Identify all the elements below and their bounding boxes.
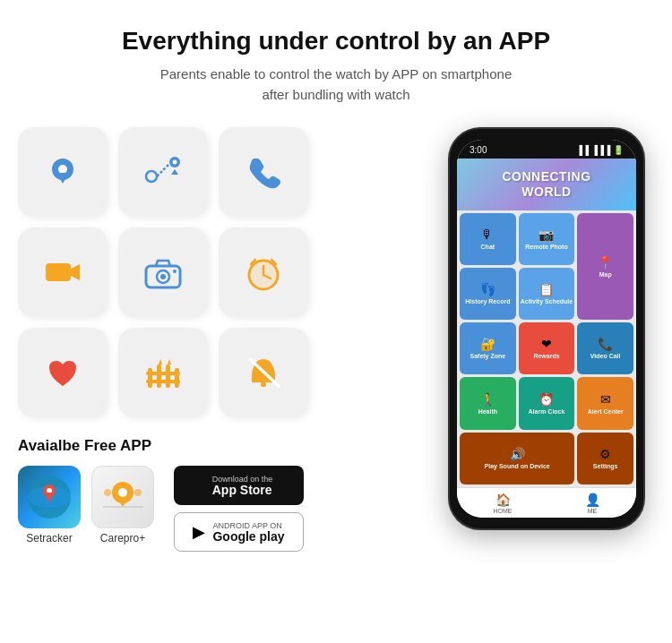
phone-cell-rewards: ❤ Rewards bbox=[519, 322, 575, 374]
svg-marker-24 bbox=[168, 359, 171, 364]
svg-point-12 bbox=[173, 270, 177, 273]
schedule-icon: 📋 bbox=[538, 282, 554, 296]
phone-icon-box bbox=[219, 127, 308, 217]
nav-home[interactable]: 🏠 HOME bbox=[494, 493, 513, 514]
setracker-label: Setracker bbox=[26, 532, 72, 544]
history-label: History Record bbox=[465, 298, 510, 305]
svg-marker-23 bbox=[159, 359, 162, 364]
phone-cell-health: 🚶 Health bbox=[460, 377, 516, 429]
phone-cell-video-call: 📞 Video Call bbox=[577, 322, 633, 374]
fence-icon-box bbox=[118, 328, 208, 417]
phone-app-header: CONNECTING WORLD bbox=[457, 159, 636, 210]
home-nav-icon: 🏠 bbox=[495, 493, 511, 507]
app-store-button[interactable]: Download on the App Store bbox=[174, 466, 304, 505]
phone-icon bbox=[241, 150, 286, 194]
content-row: Avaialbe Free APP bbox=[18, 127, 654, 552]
video-icon-box bbox=[18, 227, 108, 317]
phone-notch bbox=[511, 129, 582, 149]
main-container: Everything under control by an APP Paren… bbox=[0, 0, 672, 643]
alert-icon: ✉ bbox=[600, 392, 611, 407]
phone-cell-safety: 🔐 Safety Zone bbox=[460, 322, 516, 374]
safety-icon: 🔐 bbox=[480, 337, 495, 351]
location-icon-box bbox=[18, 127, 108, 217]
safety-label: Safety Zone bbox=[470, 353, 505, 360]
phone-cell-settings: ⚙ Settings bbox=[577, 433, 633, 484]
health-label: Health bbox=[478, 408, 497, 416]
schedule-label: Activity Schedule bbox=[521, 298, 573, 305]
phone-status-icons: ▐▐ ▐▐▐ 🔋 bbox=[576, 145, 624, 155]
app-store-text: Download on the App Store bbox=[212, 475, 273, 496]
store-buttons: Download on the App Store ▶ ANDROID APP … bbox=[174, 466, 304, 552]
icon-grid bbox=[18, 127, 367, 417]
video-call-label: Video Call bbox=[590, 353, 621, 360]
svg-rect-22 bbox=[175, 368, 179, 388]
google-play-icon: ▶ bbox=[193, 522, 205, 542]
phone-cell-alert: ✉ Alert Center bbox=[577, 377, 633, 429]
google-play-button[interactable]: ▶ ANDROID APP ON Google play bbox=[174, 512, 304, 552]
map-label: Map bbox=[599, 271, 612, 279]
chat-label: Chat bbox=[481, 244, 495, 251]
setracker-icon bbox=[18, 466, 81, 528]
nav-me[interactable]: 👤 ME bbox=[585, 493, 600, 514]
heart-icon-box bbox=[18, 328, 108, 417]
heart-icon bbox=[40, 350, 85, 395]
play-sound-label: Play Sound on Device bbox=[485, 463, 550, 470]
page-title: Everything under control by an APP bbox=[122, 27, 550, 56]
bell-off-icon-box bbox=[219, 328, 308, 417]
fence-icon bbox=[141, 350, 185, 395]
phone-cell-map: 📍 Map bbox=[577, 213, 633, 321]
svg-marker-6 bbox=[171, 169, 178, 175]
settings-icon: ⚙ bbox=[599, 447, 611, 461]
rewards-label: Rewards bbox=[533, 353, 559, 360]
svg-rect-20 bbox=[157, 364, 161, 388]
svg-marker-8 bbox=[71, 264, 80, 280]
svg-point-1 bbox=[58, 165, 67, 174]
setracker-app: Setracker bbox=[18, 466, 81, 544]
phone-cell-chat: 🎙 Chat bbox=[460, 213, 516, 265]
route-icon-box bbox=[118, 127, 208, 217]
phone-mockup: 3:00 ▐▐ ▐▐▐ 🔋 CONNECTING WORLD bbox=[448, 127, 645, 530]
phone-cell-remote-photo: 📷 Remote Photo bbox=[519, 213, 575, 265]
svg-point-38 bbox=[134, 489, 142, 496]
svg-point-5 bbox=[173, 160, 177, 165]
health-icon: 🚶 bbox=[480, 392, 495, 407]
phone-cell-schedule: 📋 Activity Schedule bbox=[519, 268, 575, 320]
settings-label: Settings bbox=[593, 463, 618, 470]
svg-rect-25 bbox=[146, 372, 180, 375]
remote-photo-icon: 📷 bbox=[538, 227, 554, 242]
play-sound-icon: 🔊 bbox=[510, 447, 525, 461]
phone-container: 3:00 ▐▐ ▐▐▐ 🔋 CONNECTING WORLD bbox=[448, 127, 654, 530]
video-icon bbox=[40, 250, 85, 295]
chat-icon: 🎙 bbox=[481, 227, 494, 242]
carepro-icon bbox=[91, 466, 154, 528]
phone-time: 3:00 bbox=[470, 145, 487, 155]
svg-rect-19 bbox=[148, 368, 152, 388]
route-icon bbox=[141, 150, 185, 194]
phone-bottom-nav: 🏠 HOME 👤 ME bbox=[457, 487, 636, 518]
remote-photo-label: Remote Photo bbox=[525, 244, 567, 251]
alert-label: Alert Center bbox=[588, 408, 624, 416]
svg-point-37 bbox=[104, 489, 111, 496]
map-icon: 📍 bbox=[598, 255, 613, 270]
alarm-label: Alarm Clock bbox=[529, 408, 565, 416]
page-subtitle: Parents enable to control the watch by A… bbox=[160, 64, 512, 105]
history-icon: 👣 bbox=[480, 282, 495, 296]
video-call-icon: 📞 bbox=[598, 337, 613, 351]
alarm-icon-box bbox=[219, 227, 308, 317]
rewards-icon: ❤ bbox=[541, 337, 552, 351]
google-play-text: ANDROID APP ON Google play bbox=[212, 521, 284, 543]
phone-cell-play-sound: 🔊 Play Sound on Device bbox=[460, 433, 574, 484]
phone-feature-grid: 🎙 Chat 📷 Remote Photo 📍 Map bbox=[457, 210, 636, 487]
carepro-app: Carepro+ bbox=[91, 466, 154, 544]
camera-icon-box bbox=[118, 227, 208, 317]
app-section: Avaialbe Free APP bbox=[18, 437, 367, 552]
phone-cell-alarm: ⏰ Alarm Clock bbox=[519, 377, 575, 429]
carepro-label: Carepro+ bbox=[100, 532, 145, 544]
me-nav-icon: 👤 bbox=[585, 493, 600, 507]
phone-cell-history: 👣 History Record bbox=[460, 268, 516, 320]
svg-point-11 bbox=[160, 274, 166, 279]
svg-point-3 bbox=[146, 171, 157, 182]
svg-rect-7 bbox=[46, 263, 71, 281]
home-nav-label: HOME bbox=[494, 508, 513, 514]
bell-off-icon bbox=[241, 350, 286, 395]
